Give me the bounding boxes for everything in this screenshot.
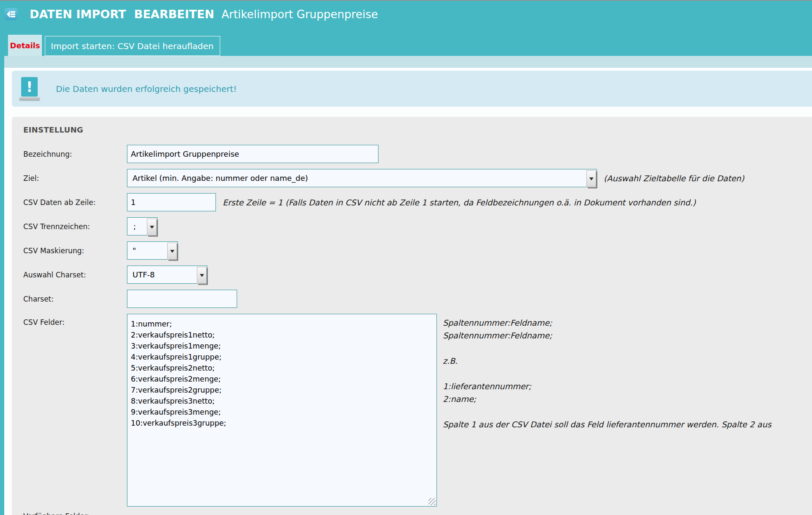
csv-maskierung-label: CSV Maskierung:: [23, 246, 127, 255]
ziel-label: Ziel:: [23, 174, 127, 183]
tab-details[interactable]: Details: [8, 35, 42, 56]
help-spacer: [443, 367, 771, 380]
csv-ab-zeile-note: Erste Zeile = 1 (Falls Daten in CSV nich…: [223, 198, 696, 207]
row-ziel: Ziel: Artikel (min. Angabe: nummer oder …: [23, 169, 812, 187]
settings-section-title: EINSTELLUNG: [23, 125, 812, 134]
main-content: ! Die Daten wurden erfolgreich gespeiche…: [4, 68, 812, 515]
verfuegbare-felder-label: Verfügbare Felder:: [23, 512, 812, 515]
page-title-item: Artikelimport Gruppenpreise: [221, 8, 378, 21]
help-line: Spaltennummer:Feldname;: [443, 329, 771, 342]
ziel-selected-value: Artikel (min. Angabe: nummer oder name_d…: [133, 174, 308, 183]
back-button[interactable]: [4, 8, 18, 20]
tab-import-starten-label: Import starten: CSV Datei heraufladen: [51, 41, 213, 51]
bezeichnung-input[interactable]: [127, 145, 378, 163]
csv-ab-zeile-input[interactable]: [127, 193, 216, 211]
help-line: Spaltennummer:Feldname;: [443, 316, 771, 329]
auswahl-charset-select[interactable]: UTF-8: [127, 266, 207, 284]
row-csv-ab-zeile: CSV Daten ab Zeile: Erste Zeile = 1 (Fal…: [23, 193, 812, 211]
alert-exclamation-icon: !: [19, 77, 40, 100]
csv-felder-label: CSV Felder:: [23, 314, 127, 327]
csv-maskierung-select[interactable]: ": [127, 241, 178, 260]
resize-handle-icon[interactable]: [428, 498, 436, 505]
row-charset: Charset:: [23, 290, 812, 308]
charset-label: Charset:: [23, 295, 127, 303]
page-header: DATEN IMPORT BEARBEITEN Artikelimport Gr…: [0, 1, 812, 56]
auswahl-charset-label: Auswahl Charset:: [23, 271, 127, 279]
auswahl-charset-selected-value: UTF-8: [133, 270, 155, 279]
tab-details-label: Details: [10, 41, 40, 50]
chevron-down-icon: [197, 267, 207, 284]
page-title-main: DATEN IMPORT: [30, 8, 126, 21]
csv-trennzeichen-selected-value: ;: [133, 222, 136, 231]
charset-input[interactable]: [127, 290, 237, 308]
settings-section: EINSTELLUNG Bezeichnung: Ziel: Artikel (…: [12, 117, 812, 515]
help-line: z.B.: [443, 354, 771, 367]
page-title-mode: BEARBEITEN: [134, 8, 214, 21]
row-csv-trennzeichen: CSV Trennzeichen: ;: [23, 217, 812, 235]
page-title: DATEN IMPORT BEARBEITEN Artikelimport Gr…: [30, 8, 378, 21]
row-csv-maskierung: CSV Maskierung: ": [23, 241, 812, 260]
help-spacer: [443, 405, 771, 418]
help-spacer: [443, 342, 771, 354]
row-bezeichnung: Bezeichnung:: [23, 145, 812, 163]
csv-felder-textarea[interactable]: 1:nummer; 2:verkaufspreis1netto; 3:verka…: [127, 314, 437, 507]
help-line: 1:lieferantennummer;: [443, 380, 771, 393]
row-auswahl-charset: Auswahl Charset: UTF-8: [23, 266, 812, 284]
tab-import-starten[interactable]: Import starten: CSV Datei heraufladen: [45, 36, 220, 56]
help-line: 2:name;: [443, 393, 771, 405]
csv-ab-zeile-label: CSV Daten ab Zeile:: [23, 198, 127, 207]
ziel-select[interactable]: Artikel (min. Angabe: nummer oder name_d…: [127, 169, 597, 187]
tab-bar: Details Import starten: CSV Datei herauf…: [8, 35, 220, 56]
ziel-note: (Auswahl Zieltabelle für die Daten): [604, 174, 744, 183]
success-message-text: Die Daten wurden erfolgreich gespeichert…: [56, 84, 237, 94]
csv-trennzeichen-label: CSV Trennzeichen:: [23, 222, 127, 231]
csv-trennzeichen-select[interactable]: ;: [127, 217, 157, 235]
subheader-strip: [4, 56, 812, 68]
bezeichnung-label: Bezeichnung:: [23, 150, 127, 158]
row-csv-felder: CSV Felder: 1:nummer; 2:verkaufspreis1ne…: [23, 314, 812, 507]
help-explanation: Spalte 1 aus der CSV Datei soll das Feld…: [443, 418, 771, 431]
csv-felder-help: Spaltennummer:Feldname; Spaltennummer:Fe…: [443, 314, 771, 431]
back-to-list-icon: [6, 10, 16, 18]
success-message-box: ! Die Daten wurden erfolgreich gespeiche…: [12, 71, 812, 107]
left-accent-bar: [0, 56, 4, 515]
chevron-down-icon: [586, 170, 596, 187]
chevron-down-icon: [147, 219, 157, 235]
csv-maskierung-selected-value: ": [133, 246, 136, 255]
chevron-down-icon: [167, 243, 177, 260]
